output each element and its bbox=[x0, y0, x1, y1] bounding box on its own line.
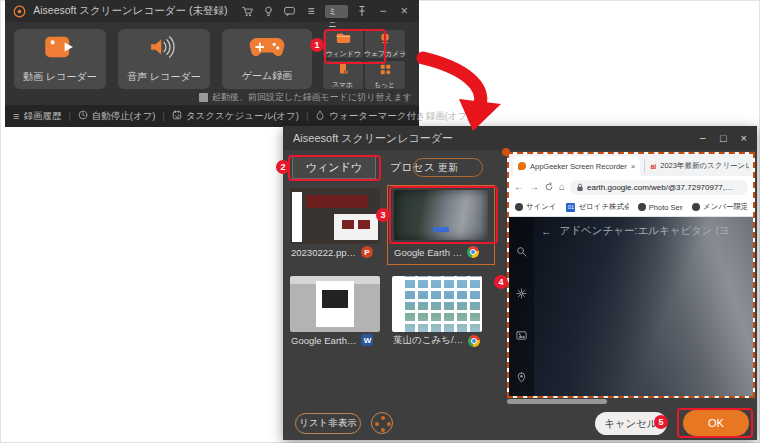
camcorder-icon bbox=[43, 35, 77, 63]
hide-list-button[interactable]: リスト非表示 bbox=[295, 413, 361, 434]
window-thumb-word[interactable] bbox=[290, 276, 380, 332]
game-recording-label: ゲーム録画 bbox=[242, 69, 292, 83]
auto-stop-label: 自動停止(オフ) bbox=[92, 110, 156, 123]
game-recording-button[interactable]: ゲーム録画 bbox=[222, 29, 312, 89]
window-thumb-photos[interactable] bbox=[392, 276, 482, 332]
window-name: Google Earth… bbox=[291, 335, 356, 346]
word-icon: W bbox=[361, 334, 373, 346]
chrome-icon bbox=[468, 335, 480, 347]
gamepad-icon bbox=[249, 36, 285, 62]
close-icon[interactable]: × bbox=[397, 3, 412, 19]
step-3-badge: 3 bbox=[376, 208, 390, 222]
mode-webcam-button[interactable]: ウェブカメラ bbox=[365, 30, 405, 58]
window-item-word[interactable]: Google Earth… W bbox=[291, 334, 381, 346]
dialog-minimize-icon[interactable]: − bbox=[699, 126, 705, 150]
more-grid-icon bbox=[380, 61, 391, 79]
reload-icon bbox=[544, 178, 554, 196]
window-name: Google Earth … bbox=[394, 247, 462, 258]
browser-tab-2: ai 2023年最新のスクリーンレコーダ bbox=[644, 159, 749, 173]
cart-icon[interactable] bbox=[240, 3, 255, 19]
main-statusbar: ≡ 録画履歴 | 自動停止(オフ) | タスクスケジュール(オフ) | bbox=[5, 105, 419, 127]
bookmark-item: Photo Serge bbox=[638, 203, 683, 212]
autostart-checkbox[interactable] bbox=[199, 93, 208, 102]
red-arrow bbox=[413, 48, 508, 137]
window-item-powerpoint[interactable]: 20230222.pp… P bbox=[291, 246, 381, 258]
step-2-badge: 2 bbox=[276, 160, 290, 174]
tab1-title: AppGeeker Screen Recorder bbox=[530, 162, 627, 171]
auto-stop-button[interactable]: 自動停止(オフ) bbox=[78, 110, 156, 123]
mode-window-button[interactable]: ウィンドウ bbox=[323, 30, 363, 58]
main-titlebar: Aiseesoft スクリーンレコーダー (未登録) ≡ ミニ − × bbox=[5, 0, 419, 22]
lightbulb-icon[interactable] bbox=[261, 3, 276, 19]
main-window: Aiseesoft スクリーンレコーダー (未登録) ≡ ミニ − × 動 bbox=[5, 0, 419, 127]
webcam-icon bbox=[379, 30, 391, 48]
voyager-icon bbox=[516, 285, 527, 303]
speaker-icon bbox=[148, 35, 180, 63]
ok-button[interactable]: OK bbox=[683, 410, 749, 436]
autostart-label: 起動後、前回設定した録画モードに切り替えます bbox=[212, 91, 412, 104]
chrome-icon bbox=[467, 246, 479, 258]
video-recorder-button[interactable]: 動画 レコーダー bbox=[14, 29, 106, 89]
history-icon: ≡ bbox=[13, 110, 19, 122]
globe-icon bbox=[638, 203, 646, 211]
browser-tabstrip: AppGeeker Screen Recorder × ai 2023年最新のス… bbox=[509, 154, 753, 176]
capture-preview: AppGeeker Screen Recorder × ai 2023年最新のス… bbox=[507, 152, 755, 398]
pin-icon[interactable] bbox=[354, 3, 369, 19]
window-item-google-earth-selected[interactable]: Google Earth … bbox=[387, 185, 495, 265]
history-label: 録画履歴 bbox=[23, 110, 61, 123]
mini-mode-button[interactable]: ミニ bbox=[325, 5, 349, 18]
recording-history-button[interactable]: ≡ 録画履歴 bbox=[13, 110, 61, 123]
horizontal-scrollbar[interactable] bbox=[507, 399, 607, 404]
dialog-close-icon[interactable]: × bbox=[741, 126, 747, 150]
ai-favicon: ai bbox=[650, 163, 656, 170]
minimize-icon[interactable]: − bbox=[375, 3, 390, 19]
phone-icon bbox=[337, 61, 349, 79]
sound-settings-icon[interactable] bbox=[371, 412, 393, 434]
menu-icon[interactable]: ≡ bbox=[303, 3, 318, 19]
refresh-button[interactable]: 更新 bbox=[413, 158, 483, 177]
search-icon bbox=[516, 243, 527, 261]
bookmarks-bar: サインイン 01ゼロイチ株式会社 Photo Serge メンバー限定… bbox=[509, 198, 753, 217]
audio-recorder-button[interactable]: 音声 レコーダー bbox=[118, 29, 210, 89]
mode-phone-label: スマホ bbox=[332, 80, 353, 89]
window-thumb-google-earth[interactable] bbox=[394, 190, 488, 240]
mode-phone-button[interactable]: スマホ bbox=[323, 61, 363, 89]
window-item-photos[interactable]: 葉山のこみち/… bbox=[393, 334, 483, 347]
feedback-icon[interactable] bbox=[282, 3, 297, 19]
window-select-dialog: Aiseesoft スクリーンレコーダー − □ × ウィンドウ プロセス 更新… bbox=[283, 126, 757, 440]
window-thumb-powerpoint[interactable] bbox=[290, 188, 380, 244]
globe-icon bbox=[692, 203, 700, 211]
mode-webcam-label: ウェブカメラ bbox=[364, 49, 406, 58]
tab2-title: 2023年最新のスクリーンレコーダ bbox=[660, 161, 749, 171]
window-name: 葉山のこみち/… bbox=[393, 334, 463, 347]
dialog-titlebar: Aiseesoft スクリーンレコーダー − □ × bbox=[283, 126, 757, 150]
task-schedule-button[interactable]: タスクスケジュール(オフ) bbox=[172, 110, 299, 123]
window-name: 20230222.pp… bbox=[291, 247, 356, 258]
watermark-drop-icon bbox=[315, 110, 325, 122]
audio-recorder-label: 音声 レコーダー bbox=[127, 70, 200, 84]
powerpoint-icon: P bbox=[361, 246, 373, 258]
appgeeker-favicon bbox=[518, 162, 526, 170]
main-window-title: Aiseesoft スクリーンレコーダー (未登録) bbox=[33, 4, 227, 18]
task-schedule-label: タスクスケジュール(オフ) bbox=[186, 110, 299, 123]
bookmark-item: 01ゼロイチ株式会社 bbox=[566, 202, 628, 212]
window-icon bbox=[336, 30, 351, 48]
autostart-row: 起動後、前回設定した録画モードに切り替えます bbox=[199, 91, 412, 104]
google-earth-view: ← アドベンチャー:エルキャピタン (ヨ bbox=[509, 217, 753, 397]
step-5-badge: 5 bbox=[654, 415, 668, 429]
mode-more-button[interactable]: もっと bbox=[365, 61, 405, 89]
mode-window-label: ウィンドウ bbox=[325, 49, 360, 58]
url-text: earth.google.com/web/@37.72970977,… bbox=[587, 183, 733, 192]
step-1-badge: 1 bbox=[310, 38, 324, 52]
bookmark-item: メンバー限定… bbox=[692, 202, 747, 212]
dialog-maximize-icon[interactable]: □ bbox=[720, 126, 727, 150]
globe-icon bbox=[515, 203, 523, 211]
lock-icon bbox=[576, 180, 584, 195]
step-4-badge: 4 bbox=[494, 275, 508, 289]
tab-window[interactable]: ウィンドウ bbox=[292, 156, 376, 179]
bookmark-item: サインイン bbox=[515, 202, 557, 212]
crop-handle-dot[interactable] bbox=[502, 148, 510, 156]
clock-icon bbox=[78, 110, 88, 122]
location-pin-icon bbox=[516, 369, 527, 387]
screenshot-canvas: Aiseesoft スクリーンレコーダー (未登録) ≡ ミニ − × 動 bbox=[0, 0, 760, 443]
